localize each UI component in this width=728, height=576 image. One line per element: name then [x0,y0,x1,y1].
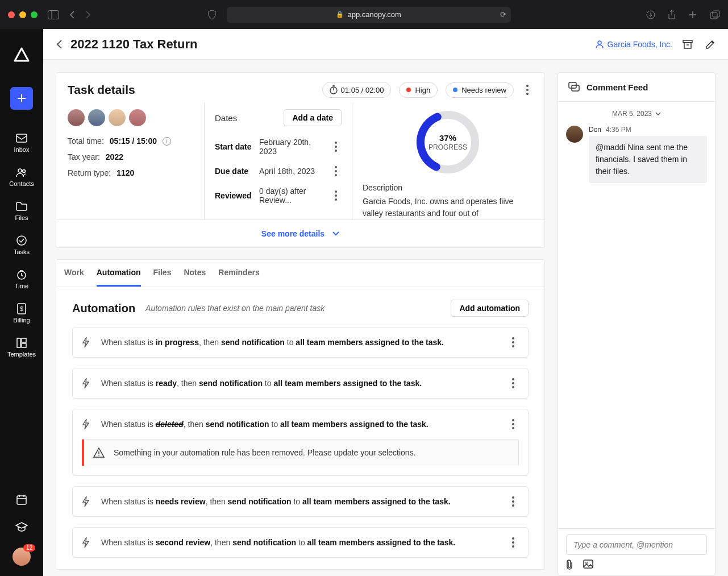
rule-menu-icon[interactable] [507,537,519,548]
svg-rect-30 [584,560,593,568]
svg-rect-15 [17,496,26,504]
total-time-label: Total time: [68,136,104,146]
rule-menu-icon[interactable] [507,378,519,388]
comment-avatar[interactable] [566,126,583,143]
app-logo-icon[interactable] [13,47,30,62]
sidebar-item-time[interactable]: Time [0,263,43,295]
rule-menu-icon[interactable] [507,419,519,429]
svg-rect-12 [17,338,20,347]
sidebar-item-billing[interactable]: $ Billing [0,297,43,329]
description-title: Description [363,183,533,192]
minimize-window[interactable] [19,11,26,18]
maximize-window[interactable] [31,11,38,18]
image-icon[interactable] [583,560,593,570]
date-menu-icon[interactable] [330,190,342,201]
client-name: Garcia Foods, Inc. [608,40,672,49]
tabs-icon[interactable] [710,10,720,19]
date-row: Reviewed 0 day(s) after Review... [215,187,342,205]
close-window[interactable] [8,11,15,18]
automation-rule[interactable]: When status is ready, then send notifica… [72,368,529,399]
shield-icon[interactable] [207,10,217,20]
info-icon[interactable]: i [163,137,171,146]
feed-title: Comment Feed [586,82,648,92]
timer-pill[interactable]: 01:05 / 02:00 [322,82,392,98]
add-button[interactable] [10,87,33,110]
sidebar-item-tasks[interactable]: Tasks [0,229,43,261]
svg-rect-0 [48,10,59,19]
new-tab-icon[interactable] [688,10,697,19]
tab-files[interactable]: Files [153,260,172,287]
sidebar-item-label: Contacts [9,180,34,187]
page-title: 2022 1120 Tax Return [70,37,595,52]
sidebar-item-contacts[interactable]: Contacts [0,161,43,193]
priority-pill[interactable]: High [399,82,438,98]
svg-point-7 [23,170,26,173]
archive-icon[interactable] [683,39,693,49]
rule-menu-icon[interactable] [507,337,519,347]
sidebar-toggle-icon[interactable] [48,10,59,19]
stopwatch-icon [330,85,338,94]
client-link[interactable]: Garcia Foods, Inc. [595,40,672,49]
add-date-button[interactable]: Add a date [284,109,342,126]
automation-card: Work Automation Files Notes Reminders Au… [56,259,545,570]
comment-input[interactable] [566,534,707,555]
tab-reminders[interactable]: Reminders [218,260,259,287]
templates-icon [16,337,27,349]
share-icon[interactable] [668,10,676,20]
tasks-icon [16,235,27,246]
feed-date-selector[interactable]: MAR 5, 2023 [566,110,707,118]
return-type-label: Return type: [68,168,111,177]
automation-rule[interactable]: When status is second review, then send … [72,527,529,558]
user-icon [595,40,604,49]
status-label: Needs review [461,86,506,94]
tab-work[interactable]: Work [64,260,84,287]
date-value: 0 day(s) after Review... [259,187,328,205]
automation-rule[interactable]: When status is in progress, then send no… [72,327,529,358]
total-time-value: 05:15 / 15:00 [110,136,157,146]
url-bar[interactable]: 🔒 app.canopy.com ⟳ [227,7,511,23]
sidebar-item-templates[interactable]: Templates [0,331,43,363]
attach-icon[interactable] [566,560,574,570]
timer-value: 01:05 / 02:00 [341,86,384,94]
bolt-icon [82,496,91,507]
date-label: Reviewed [215,191,259,200]
sidebar-item-files[interactable]: Files [0,195,43,227]
download-icon[interactable] [646,10,655,19]
card-menu-icon[interactable] [522,85,533,95]
automation-heading: Automation [72,302,135,315]
assignee-avatars[interactable] [68,109,195,126]
education-icon[interactable] [15,521,28,532]
svg-rect-14 [22,343,26,347]
notification-badge: 12 [23,544,35,552]
time-icon [16,269,27,280]
calendar-icon[interactable] [16,494,27,505]
edit-icon[interactable] [705,39,715,49]
priority-dot [406,88,411,92]
sidebar-item-inbox[interactable]: Inbox [0,127,43,159]
automation-rule[interactable]: When status is deleted, then send notifi… [72,409,529,476]
sidebar-item-label: Files [15,214,28,221]
see-more-button[interactable]: See more details [56,219,544,247]
automation-rule[interactable]: When status is needs review, then send n… [72,486,529,517]
dates-title: Dates [215,113,237,123]
refresh-icon[interactable]: ⟳ [500,10,506,19]
window-controls [8,11,38,18]
files-icon [16,201,27,212]
sidebar-item-label: Time [15,283,28,289]
tab-automation[interactable]: Automation [97,260,141,287]
return-type-value: 1120 [117,168,134,177]
add-automation-button[interactable]: Add automation [451,300,529,317]
nav-forward-icon[interactable] [85,11,91,19]
comment-author: Don [589,126,601,134]
status-pill[interactable]: Needs review [446,82,514,98]
tab-notes[interactable]: Notes [184,260,206,287]
date-menu-icon[interactable] [330,142,342,152]
status-dot [453,88,457,92]
back-button[interactable] [56,39,63,49]
contacts-icon [16,167,27,178]
sidebar-item-label: Tasks [14,248,30,255]
nav-back-icon[interactable] [69,11,75,19]
rule-menu-icon[interactable] [507,496,519,507]
date-menu-icon[interactable] [330,166,342,176]
user-avatar[interactable]: 12 [13,548,31,566]
